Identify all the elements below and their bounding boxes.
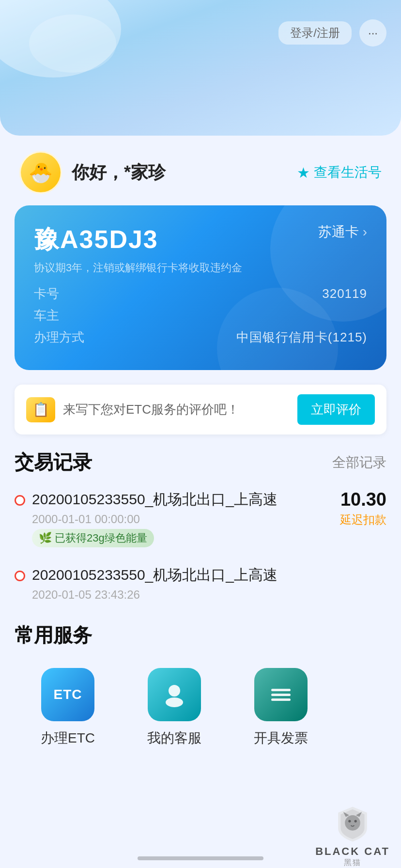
user-left: 🐣 你好，*家珍	[19, 151, 166, 194]
card-top-row: 豫A35DJ3 苏通卡 ›	[34, 223, 367, 257]
card-info-grid: 卡号 320119 车主 办理方式 中国银行信用卡(1215)	[34, 285, 367, 351]
owner-label: 车主	[34, 307, 59, 324]
method-value: 中国银行信用卡(1215)	[236, 329, 367, 346]
tx-info: 20200105233550_机场北出口_上高速 2000-01-01 00:0…	[32, 489, 328, 547]
tx-delay-label: 延迟扣款	[328, 512, 386, 527]
invoice-service-label: 开具发票	[254, 729, 308, 747]
services-section: 常用服务 ETC 办理ETC 我的客服	[0, 622, 401, 747]
blackcat-watermark: BLACK CAT 黑猫	[304, 805, 401, 868]
tx-dot-icon	[15, 495, 25, 506]
header-background: 登录/注册 ···	[0, 0, 401, 136]
transaction-item[interactable]: 20200105233550_机场北出口_上高速 2000-01-01 00:0…	[15, 489, 386, 547]
blackcat-subtitle: 黑猫	[344, 858, 361, 868]
review-banner: 📋 来写下您对ETC服务的评价吧！ 立即评价	[15, 385, 386, 434]
review-emoji-icon: 📋	[32, 402, 49, 418]
transactions-title: 交易记录	[15, 449, 92, 476]
service-item-etc[interactable]: ETC 办理ETC	[15, 668, 121, 747]
chevron-right-icon: ›	[363, 224, 367, 240]
star-icon: ★	[297, 164, 310, 181]
card-no-row: 卡号 320119	[34, 285, 367, 302]
card-type-area: 苏通卡 ›	[318, 223, 367, 241]
transactions-all[interactable]: 全部记录	[332, 453, 386, 472]
tx-title: 20200105233550_机场北出口_上高速	[32, 489, 328, 510]
svg-rect-3	[271, 694, 291, 696]
blackcat-shield-icon	[333, 805, 372, 843]
tx-time: 2000-01-01 00:00:00	[32, 512, 328, 526]
etc-service-icon: ETC	[41, 668, 94, 721]
etc-card-section: 豫A35DJ3 苏通卡 › 协议期3年，注销或解绑银行卡将收取违约金 卡号 32…	[0, 205, 401, 370]
review-icon: 📋	[26, 397, 55, 422]
tx-info: 20200105233550_机场北出口_上高速 2020-01-05 23:4…	[32, 565, 386, 604]
green-tag-text: 已获得23g绿色能量	[55, 531, 147, 545]
svg-point-7	[345, 815, 360, 831]
card-notice: 协议期3年，注销或解绑银行卡将收取违约金	[34, 261, 367, 275]
service-item-invoice[interactable]: 开具发票	[228, 668, 334, 747]
tx-right: 10.30 延迟扣款	[328, 489, 386, 527]
green-leaf-icon: 🌿	[39, 532, 52, 544]
blackcat-title: BLACK CAT	[315, 845, 390, 858]
review-left: 📋 来写下您对ETC服务的评价吧！	[26, 397, 239, 422]
invoice-service-icon	[254, 668, 308, 721]
cs-service-icon	[148, 668, 201, 721]
avatar[interactable]: 🐣	[19, 151, 62, 194]
services-grid: ETC 办理ETC 我的客服 开具发票	[15, 668, 386, 747]
review-button[interactable]: 立即评价	[297, 394, 375, 425]
tx-green-tag: 🌿 已获得23g绿色能量	[32, 529, 154, 547]
tx-dot-icon	[15, 571, 25, 581]
login-register-label: 登录/注册	[290, 25, 340, 41]
plate-number: 豫A35DJ3	[34, 223, 158, 257]
user-greeting-row: 🐣 你好，*家珍 ★ 查看生活号	[0, 136, 401, 205]
transactions-section: 交易记录 全部记录 20200105233550_机场北出口_上高速 2000-…	[0, 449, 401, 604]
cs-service-label: 我的客服	[147, 729, 201, 747]
home-indicator	[138, 856, 263, 860]
svg-point-8	[348, 820, 351, 822]
etc-service-label: 办理ETC	[41, 729, 95, 747]
method-row: 办理方式 中国银行信用卡(1215)	[34, 329, 367, 346]
review-text: 来写下您对ETC服务的评价吧！	[63, 401, 239, 418]
transactions-header: 交易记录 全部记录	[15, 449, 386, 476]
life-number-label: 查看生活号	[314, 163, 382, 182]
more-icon: ···	[368, 26, 378, 40]
card-type-label: 苏通卡	[318, 223, 359, 241]
etc-card[interactable]: 豫A35DJ3 苏通卡 › 协议期3年，注销或解绑银行卡将收取违约金 卡号 32…	[15, 205, 386, 370]
login-register-button[interactable]: 登录/注册	[278, 21, 352, 45]
transaction-item[interactable]: 20200105233550_机场北出口_上高速 2020-01-05 23:4…	[15, 565, 386, 604]
greeting-text: 你好，*家珍	[72, 161, 166, 185]
tx-time: 2020-01-05 23:43:26	[32, 588, 386, 602]
owner-row: 车主	[34, 307, 367, 324]
tx-amount: 10.30	[328, 489, 386, 510]
card-no-label: 卡号	[34, 285, 59, 302]
method-label: 办理方式	[34, 329, 84, 346]
card-no-value: 320119	[322, 286, 367, 301]
svg-rect-2	[271, 689, 291, 691]
tx-title: 20200105233550_机场北出口_上高速	[32, 565, 386, 585]
life-number-button[interactable]: ★ 查看生活号	[297, 163, 382, 182]
svg-point-0	[169, 685, 180, 697]
more-button[interactable]: ···	[359, 19, 386, 46]
svg-rect-4	[271, 698, 291, 701]
service-item-cs[interactable]: 我的客服	[121, 668, 228, 747]
services-title: 常用服务	[15, 622, 386, 649]
svg-point-9	[355, 820, 357, 822]
top-bar: 登录/注册 ···	[278, 19, 386, 46]
svg-point-1	[166, 698, 183, 707]
